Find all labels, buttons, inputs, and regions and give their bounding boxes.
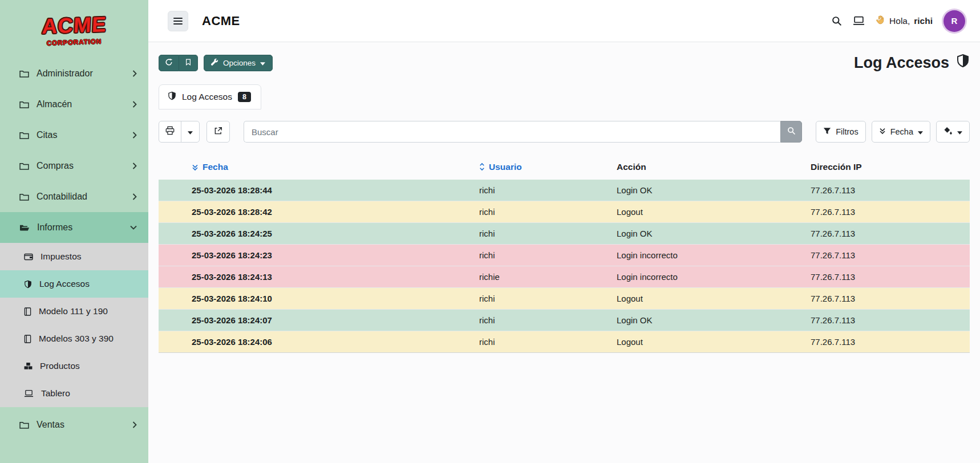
search-icon[interactable] — [832, 16, 842, 26]
search-input[interactable] — [244, 121, 780, 143]
sidebar-item-label: Informes — [37, 222, 72, 233]
sidebar-item-impuestos[interactable]: Impuestos — [0, 243, 148, 270]
column-header-usuario[interactable]: Usuario — [475, 157, 612, 180]
boxes-icon — [24, 362, 33, 370]
sidebar-item-label: Productos — [40, 361, 80, 371]
export-button[interactable] — [206, 121, 230, 143]
print-button[interactable] — [159, 121, 181, 142]
table-row: 25-03-2026 18:24:10richiLogout77.26.7.11… — [159, 288, 970, 310]
sidebar-item-compras[interactable]: Compras — [0, 151, 148, 181]
sidebar-item-informes[interactable]: Informes — [0, 212, 148, 243]
cell-ip: 77.26.7.113 — [806, 201, 970, 223]
cell-accion: Login OK — [612, 223, 806, 245]
search-group — [244, 121, 802, 143]
cell-ip: 77.26.7.113 — [806, 180, 970, 201]
sidebar-item-label: Impuestos — [41, 251, 82, 262]
page-content: Opciones Log Accesos Log Accesos 8 — [148, 42, 980, 463]
cell-fecha: 25-03-2026 18:24:10 — [159, 288, 475, 310]
sidebar-submenu: Impuestos Log Accesos Modelo 111 y 190 M… — [0, 243, 148, 407]
greeting: Hola, richi — [876, 15, 933, 27]
funnel-icon — [823, 127, 831, 137]
print-split-button — [159, 121, 200, 143]
sidebar-item-productos[interactable]: Productos — [0, 352, 148, 380]
list-toolbar: Filtros Fecha — [159, 121, 970, 143]
fecha-sort-dropdown-button[interactable]: Fecha — [872, 121, 930, 143]
caret-down-icon — [260, 59, 265, 67]
opciones-dropdown-button[interactable]: Opciones — [204, 55, 273, 71]
folder-open-icon — [19, 224, 30, 232]
shield-icon — [956, 54, 970, 72]
fecha-label: Fecha — [890, 127, 913, 136]
folder-icon — [19, 70, 29, 78]
sidebar-item-label: Log Accesos — [39, 279, 90, 289]
cell-accion: Login OK — [612, 310, 806, 331]
cell-accion: Logout — [612, 288, 806, 310]
bookmark-button[interactable] — [179, 55, 198, 71]
cell-fecha: 25-03-2026 18:24:13 — [159, 266, 475, 288]
app-title: ACME — [202, 14, 240, 29]
greeting-username: richi — [914, 16, 933, 26]
cell-accion: Logout — [612, 331, 806, 353]
sidebar: ACME CORPORATION Administrador Almacén C… — [0, 0, 148, 463]
folder-icon — [19, 100, 29, 109]
angle-double-down-icon — [879, 127, 886, 136]
cell-ip: 77.26.7.113 — [806, 331, 970, 353]
sidebar-item-log-accesos[interactable]: Log Accesos — [0, 270, 148, 298]
chevron-right-icon — [132, 193, 137, 200]
cell-usuario: richi — [475, 245, 612, 266]
logo-text: ACME — [5, 11, 143, 40]
menu-toggle-button[interactable] — [168, 11, 188, 31]
sidebar-nav-bottom: Ventas — [0, 409, 148, 440]
external-link-icon — [214, 127, 222, 137]
search-icon — [787, 127, 796, 137]
shield-icon — [168, 91, 176, 103]
filtros-button[interactable]: Filtros — [816, 121, 865, 143]
sidebar-item-label: Citas — [37, 130, 57, 140]
caret-down-icon — [188, 127, 193, 137]
sidebar-item-administrador[interactable]: Administrador — [0, 58, 148, 89]
cell-fecha: 25-03-2026 18:28:42 — [159, 201, 475, 223]
sidebar-item-label: Modelos 303 y 390 — [39, 334, 114, 344]
table-row: 25-03-2026 18:24:06richiLogout77.26.7.11… — [159, 331, 970, 353]
tab-log-accesos[interactable]: Log Accesos 8 — [159, 84, 261, 109]
sidebar-item-contabilidad[interactable]: Contabilidad — [0, 181, 148, 212]
refresh-button[interactable] — [159, 55, 179, 71]
sidebar-item-ventas[interactable]: Ventas — [0, 409, 148, 440]
sidebar-item-citas[interactable]: Citas — [0, 120, 148, 151]
caret-down-icon — [957, 127, 962, 136]
sidebar-item-tablero[interactable]: Tablero — [0, 380, 148, 407]
sidebar-item-modelos-303-390[interactable]: Modelos 303 y 390 — [0, 325, 148, 352]
topbar-right: Hola, richi R — [832, 10, 965, 32]
laptop-icon — [24, 389, 34, 397]
search-submit-button[interactable] — [780, 121, 802, 143]
cell-ip: 77.26.7.113 — [806, 310, 970, 331]
folder-icon — [19, 162, 29, 170]
table-row: 25-03-2026 18:24:07richiLogin OK77.26.7.… — [159, 310, 970, 331]
journal-icon — [24, 335, 31, 343]
sidebar-item-label: Compras — [37, 161, 74, 171]
sidebar-item-modelo-111-190[interactable]: Modelo 111 y 190 — [0, 298, 148, 325]
cell-usuario: richi — [475, 201, 612, 223]
bookmark-icon — [185, 58, 192, 68]
table-row: 25-03-2026 18:24:13richieLogin incorrect… — [159, 266, 970, 288]
table-row: 25-03-2026 18:28:42richiLogout77.26.7.11… — [159, 201, 970, 223]
column-header-fecha[interactable]: Fecha — [159, 157, 475, 180]
avatar[interactable]: R — [943, 10, 965, 32]
table-header-row: Fecha Usuario Acción Dirección IP — [159, 157, 970, 180]
cell-usuario: richi — [475, 331, 612, 353]
print-caret-button[interactable] — [181, 121, 199, 142]
display-icon[interactable] — [853, 16, 865, 26]
shield-icon — [24, 280, 32, 289]
chevron-right-icon — [132, 132, 137, 139]
cell-usuario: richi — [475, 223, 612, 245]
fill-color-dropdown-button[interactable] — [936, 121, 970, 143]
sidebar-item-label: Administrador — [37, 68, 93, 79]
sidebar-item-label: Contabilidad — [37, 192, 87, 202]
cell-usuario: richi — [475, 310, 612, 331]
sidebar-item-label: Ventas — [37, 420, 64, 430]
app-screen: ACME CORPORATION Administrador Almacén C… — [0, 0, 980, 463]
cell-usuario: richie — [475, 266, 612, 288]
sidebar-item-almacen[interactable]: Almacén — [0, 89, 148, 120]
folder-icon — [19, 193, 29, 201]
wave-icon — [876, 15, 885, 27]
